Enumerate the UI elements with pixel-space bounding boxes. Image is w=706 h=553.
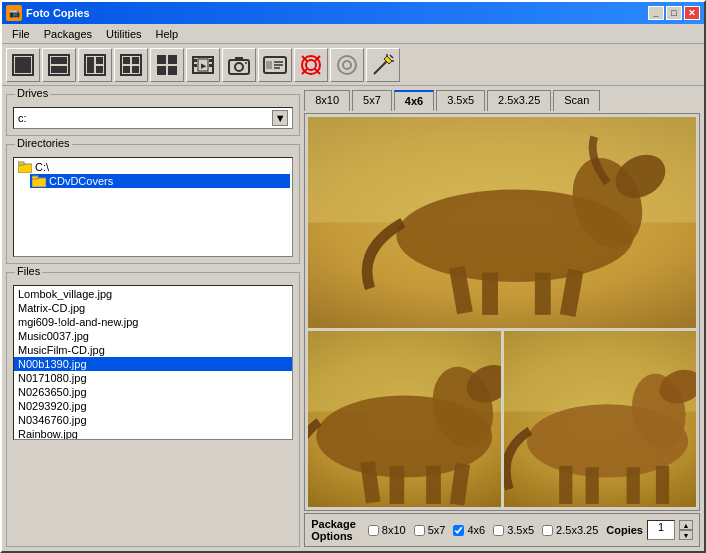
toolbar-btn-1[interactable] (6, 48, 40, 82)
file-item[interactable]: N0293920.jpg (14, 399, 292, 413)
svg-rect-48 (18, 162, 24, 165)
svg-line-42 (374, 61, 387, 74)
tab-4x6[interactable]: 4x6 (394, 90, 434, 111)
toolbar-btn-wand[interactable] (366, 48, 400, 82)
lifesaver-icon (299, 53, 323, 77)
layout4-icon (119, 53, 143, 77)
pkg-option-4x6: 4x6 (453, 524, 485, 536)
toolbar-btn-film[interactable]: ▶ (186, 48, 220, 82)
svg-point-35 (306, 60, 316, 70)
horse-preview-bottom-left (308, 331, 500, 507)
dir-sub-label: CDvDCovers (49, 175, 113, 187)
drive-dropdown-arrow[interactable]: ▼ (272, 110, 288, 126)
tab-5x7[interactable]: 5x7 (352, 90, 392, 111)
svg-rect-20 (193, 64, 197, 67)
preview-bottom (308, 331, 696, 507)
file-item[interactable]: Lombok_village.jpg (14, 287, 292, 301)
menu-utilities[interactable]: Utilities (100, 26, 147, 42)
maximize-button[interactable]: □ (666, 6, 682, 20)
toolbar-btn-2[interactable] (42, 48, 76, 82)
svg-rect-21 (209, 59, 213, 62)
files-list-container: Lombok_village.jpg Matrix-CD.jpg mgi609-… (13, 285, 293, 440)
layout2-icon (47, 53, 71, 77)
content-area: Drives c: ▼ Directories (2, 86, 704, 551)
pkg-check-5x7[interactable] (414, 525, 425, 536)
svg-rect-1 (15, 57, 31, 73)
app-icon: 📷 (6, 5, 22, 21)
pkg-check-2x3[interactable] (542, 525, 553, 536)
dir-item-root[interactable]: C:\ (16, 160, 290, 174)
drive-selector[interactable]: c: ▼ (13, 107, 293, 129)
svg-rect-75 (585, 467, 598, 504)
pkg-label-4x6: 4x6 (467, 524, 485, 536)
copies-spinner: ▲ ▼ (679, 520, 693, 540)
files-label: Files (15, 265, 42, 277)
menu-help[interactable]: Help (150, 26, 185, 42)
menu-packages[interactable]: Packages (38, 26, 98, 42)
tab-2x3[interactable]: 2.5x3.25 (487, 90, 551, 111)
close-button[interactable]: ✕ (684, 6, 700, 20)
svg-rect-15 (168, 55, 177, 64)
toolbar-btn-camera[interactable] (222, 48, 256, 82)
directories-label: Directories (15, 137, 72, 149)
pkg-label-5x7: 5x7 (428, 524, 446, 536)
id-icon (263, 53, 287, 77)
svg-rect-74 (559, 466, 572, 504)
main-window: 📷 Foto Copies _ □ ✕ File Packages Utilit… (0, 0, 706, 553)
file-item[interactable]: Music0037.jpg (14, 329, 292, 343)
copies-input[interactable]: 1 (647, 520, 675, 540)
pkg-label-3x5: 3.5x5 (507, 524, 534, 536)
copies-up-button[interactable]: ▲ (679, 520, 693, 530)
file-item[interactable]: MusicFilm-CD.jpg (14, 343, 292, 357)
directory-tree[interactable]: C:\ CDvDCovers (13, 157, 293, 257)
file-item[interactable]: mgi609-!old-and-new.jpg (14, 315, 292, 329)
toolbar-btn-circle[interactable] (330, 48, 364, 82)
tab-8x10[interactable]: 8x10 (304, 90, 350, 111)
package-options-label: Package Options (311, 518, 356, 542)
files-list[interactable]: Lombok_village.jpg Matrix-CD.jpg mgi609-… (13, 285, 293, 440)
menu-file[interactable]: File (6, 26, 36, 42)
file-item[interactable]: Matrix-CD.jpg (14, 301, 292, 315)
drives-group: Drives c: ▼ (6, 94, 300, 136)
image-preview-area (304, 113, 700, 511)
file-item-selected[interactable]: N00b1390.jpg (14, 357, 292, 371)
file-item[interactable]: Rainbow.jpg (14, 427, 292, 440)
tab-scan[interactable]: Scan (553, 90, 600, 111)
dir-item-cdvdcovers[interactable]: CDvDCovers (30, 174, 290, 188)
svg-rect-3 (51, 57, 67, 64)
svg-rect-22 (209, 64, 213, 67)
svg-rect-14 (157, 55, 166, 64)
window-title: Foto Copies (26, 7, 90, 19)
toolbar-btn-4[interactable] (114, 48, 148, 82)
pkg-label-2x3: 2.5x3.25 (556, 524, 598, 536)
toolbar-btn-id[interactable] (258, 48, 292, 82)
pkg-option-8x10: 8x10 (368, 524, 406, 536)
svg-rect-12 (123, 66, 130, 73)
pkg-check-3x5[interactable] (493, 525, 504, 536)
minimize-button[interactable]: _ (648, 6, 664, 20)
svg-rect-27 (235, 57, 243, 61)
toolbar-btn-3[interactable] (78, 48, 112, 82)
menu-bar: File Packages Utilities Help (2, 24, 704, 44)
file-item[interactable]: N0171080.jpg (14, 371, 292, 385)
svg-rect-11 (132, 57, 139, 64)
toolbar-btn-lifesaver[interactable] (294, 48, 328, 82)
title-bar: 📷 Foto Copies _ □ ✕ (2, 2, 704, 24)
dir-root-label: C:\ (35, 161, 49, 173)
file-item[interactable]: N0346760.jpg (14, 413, 292, 427)
svg-rect-19 (193, 59, 197, 62)
copies-down-button[interactable]: ▼ (679, 530, 693, 540)
svg-rect-57 (482, 273, 498, 315)
svg-rect-7 (96, 57, 103, 64)
copies-box: Copies 1 ▲ ▼ (606, 520, 693, 540)
pkg-check-8x10[interactable] (368, 525, 379, 536)
svg-rect-66 (390, 466, 405, 504)
pkg-check-4x6[interactable] (453, 525, 464, 536)
package-options: Package Options 8x10 5x7 4x6 3.5x5 (304, 513, 700, 547)
files-group: Files Lombok_village.jpg Matrix-CD.jpg m… (6, 272, 300, 547)
file-item[interactable]: N0263650.jpg (14, 385, 292, 399)
horse-preview-bottom-right (504, 331, 696, 507)
tab-3x5[interactable]: 3.5x5 (436, 90, 485, 111)
drive-value: c: (18, 112, 27, 124)
toolbar-btn-5[interactable] (150, 48, 184, 82)
